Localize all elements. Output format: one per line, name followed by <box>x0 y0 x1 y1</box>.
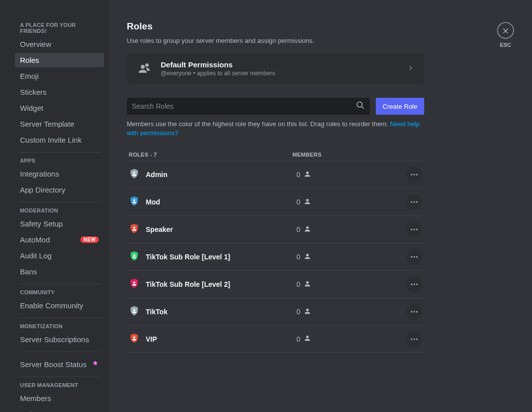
svg-point-24 <box>133 336 135 338</box>
sidebar-item-label: Server Subscriptions <box>20 335 89 344</box>
svg-point-0 <box>133 172 135 174</box>
svg-point-27 <box>416 338 418 340</box>
svg-point-6 <box>414 202 415 203</box>
roles-hint: Members use the color of the highest rol… <box>127 120 424 138</box>
sidebar-item-audit-log[interactable]: Audit Log <box>15 248 104 263</box>
sidebar-item-invites[interactable]: Invites <box>15 407 104 412</box>
role-more-button[interactable] <box>406 304 422 320</box>
page-subtitle: Use roles to group your server members a… <box>127 37 514 44</box>
boost-icon <box>92 360 99 369</box>
sidebar-item-label: App Directory <box>20 186 65 194</box>
section-label: MODERATION <box>20 207 104 213</box>
person-icon <box>303 252 311 262</box>
role-name: Admin <box>146 171 296 179</box>
sidebar-item-label: Members <box>20 394 51 403</box>
role-shield-icon <box>129 196 146 208</box>
svg-point-13 <box>411 256 412 258</box>
sidebar-item-label: Roles <box>20 56 39 64</box>
svg-point-21 <box>411 311 412 313</box>
default-permissions-card[interactable]: Default Permissions @everyone • applies … <box>127 53 424 84</box>
close-icon[interactable] <box>497 22 514 39</box>
svg-point-20 <box>133 309 135 311</box>
svg-point-25 <box>411 338 412 340</box>
sidebar-item-safety-setup[interactable]: Safety Setup <box>15 216 104 231</box>
svg-point-10 <box>414 229 415 230</box>
members-header: MEMBERS <box>292 152 422 158</box>
role-member-count: 0 <box>296 198 406 207</box>
role-row[interactable]: Admin0 <box>127 161 424 188</box>
role-shield-icon <box>129 305 146 318</box>
section-label: USER MANAGEMENT <box>20 382 104 388</box>
main-content: ESC Roles Use roles to group your server… <box>109 0 532 412</box>
close-label: ESC <box>500 42 512 48</box>
default-perms-title: Default Permissions <box>161 60 275 69</box>
roles-table-header: ROLES - 7 MEMBERS <box>127 152 424 161</box>
members-icon <box>136 61 152 77</box>
sidebar-item-roles[interactable]: Roles <box>15 53 104 67</box>
role-member-count: 0 <box>296 225 406 234</box>
role-member-count: 0 <box>296 280 406 289</box>
svg-point-5 <box>411 202 412 203</box>
sidebar-item-label: Audit Log <box>20 251 51 260</box>
role-more-button[interactable] <box>406 221 422 237</box>
sidebar-item-automod[interactable]: AutoModNEW <box>15 232 104 247</box>
role-shield-icon <box>129 333 146 346</box>
sidebar-item-server-template[interactable]: Server Template <box>15 117 104 131</box>
sidebar-item-label: Enable Community <box>20 301 83 310</box>
close-settings[interactable]: ESC <box>497 22 514 48</box>
role-more-button[interactable] <box>406 167 422 183</box>
role-row[interactable]: TikTok Sub Role [Level 2]0 <box>127 270 424 298</box>
create-role-button[interactable]: Create Role <box>376 98 424 115</box>
sidebar-item-members[interactable]: Members <box>15 391 104 406</box>
sidebar-item-label: Emoji <box>20 72 39 80</box>
sidebar-item-overview[interactable]: Overview <box>15 37 104 51</box>
sidebar-item-enable-community[interactable]: Enable Community <box>15 298 104 313</box>
svg-point-3 <box>416 174 418 176</box>
role-row[interactable]: Speaker0 <box>127 215 424 243</box>
role-row[interactable]: TikTok0 <box>127 298 424 325</box>
sidebar-item-server-boost-status[interactable]: Server Boost Status <box>15 357 104 372</box>
role-more-button[interactable] <box>406 331 422 347</box>
sidebar-item-label: Widget <box>20 104 43 112</box>
sidebar-item-custom-invite-link[interactable]: Custom Invite Link <box>15 133 104 147</box>
role-name: TikTok <box>146 308 296 316</box>
role-name: Mod <box>146 198 296 206</box>
svg-point-1 <box>411 174 412 176</box>
sidebar-item-app-directory[interactable]: App Directory <box>15 183 104 197</box>
role-member-count: 0 <box>296 170 406 180</box>
role-more-button[interactable] <box>406 276 422 292</box>
role-row[interactable]: TikTok Sub Role [Level 1]0 <box>127 243 424 270</box>
svg-point-4 <box>133 200 135 202</box>
svg-point-26 <box>414 338 415 340</box>
sidebar-item-label: Stickers <box>20 88 46 96</box>
svg-point-22 <box>414 311 415 313</box>
svg-point-14 <box>414 256 415 258</box>
person-icon <box>303 225 311 234</box>
sidebar-item-label: Safety Setup <box>20 219 63 228</box>
sidebar-item-label: Bans <box>20 267 37 276</box>
search-roles-box[interactable] <box>127 98 370 115</box>
sidebar-item-label: Server Boost Status <box>20 360 86 369</box>
person-icon <box>303 307 311 317</box>
search-input[interactable] <box>132 102 356 110</box>
sidebar-item-widget[interactable]: Widget <box>15 101 104 115</box>
sidebar-item-integrations[interactable]: Integrations <box>15 167 104 181</box>
role-more-button[interactable] <box>406 249 422 265</box>
role-row[interactable]: VIP0 <box>127 325 424 353</box>
sidebar-item-emoji[interactable]: Emoji <box>15 69 104 83</box>
svg-point-16 <box>133 282 135 284</box>
page-title: Roles <box>127 21 514 32</box>
section-label: APPS <box>20 158 104 164</box>
sidebar-item-server-subscriptions[interactable]: Server Subscriptions <box>15 332 104 347</box>
person-icon <box>303 170 311 180</box>
sidebar-item-label: Server Template <box>20 120 74 128</box>
role-member-count: 0 <box>296 252 406 262</box>
role-more-button[interactable] <box>406 194 422 210</box>
person-icon <box>303 334 311 344</box>
sidebar-item-stickers[interactable]: Stickers <box>15 85 104 99</box>
role-row[interactable]: Mod0 <box>127 188 424 215</box>
default-perms-subtitle: @everyone • applies to all server member… <box>161 70 275 77</box>
sidebar-item-bans[interactable]: Bans <box>15 264 104 279</box>
sidebar-item-label: Invites <box>20 410 41 412</box>
svg-point-17 <box>411 284 412 285</box>
